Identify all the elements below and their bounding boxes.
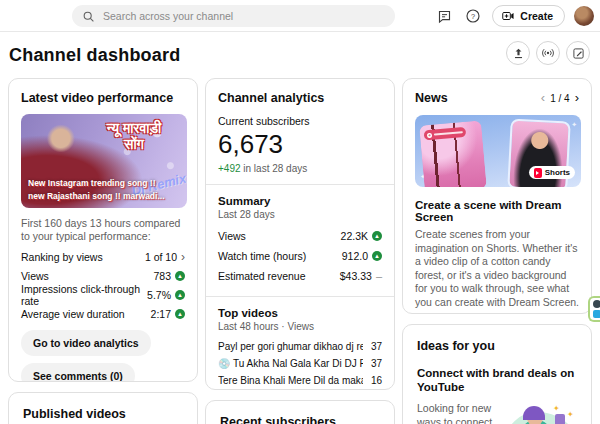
- subscriber-delta: +492 in last 28 days: [218, 163, 382, 174]
- news-body-text: Create scenes from your imagination on S…: [415, 228, 579, 309]
- shorts-icon: [534, 168, 542, 178]
- summary-row-watch-time[interactable]: Watch time (hours) 912.0▲: [218, 246, 382, 266]
- latest-video-thumbnail[interactable]: न्यू मारवाड़ी सोंग Dj Remix New Instagra…: [21, 114, 187, 208]
- metric-label: Impressions click-through rate: [21, 283, 147, 307]
- metric-label: Average view duration: [21, 308, 125, 320]
- shorts-badge: Shorts: [529, 166, 575, 179]
- brand-deals-illustration: ✦ ✦: [503, 402, 577, 424]
- metric-value: 2:17: [151, 308, 171, 320]
- thumbnail-caption: New Instagram trending song !! new Rajas…: [28, 177, 180, 203]
- help-button[interactable]: ?: [463, 6, 483, 26]
- metric-label: Views: [218, 230, 246, 242]
- search-icon: [82, 10, 95, 23]
- metric-value: 783: [153, 270, 171, 282]
- divider: [206, 296, 394, 297]
- current-subscribers-label: Current subscribers: [218, 115, 382, 127]
- news-headline: Create a scene with Dream Screen: [415, 199, 579, 223]
- trend-up-icon: ▲: [175, 290, 185, 300]
- subscriber-count: 6,673: [218, 129, 382, 160]
- edit-button[interactable]: [566, 41, 590, 65]
- ideas-for-you-card: Ideas for you Connect with brand deals o…: [402, 324, 592, 424]
- metric-value: 912.0: [342, 250, 368, 262]
- latest-video-performance-card: Latest video performance न्यू मारवाड़ी स…: [8, 78, 198, 382]
- top-video-views: 37: [371, 341, 382, 352]
- video-plus-icon: [501, 9, 515, 23]
- news-card: News ‹ 1 / 4 › ✦ ✦ + Shorts Create a sce…: [402, 78, 592, 314]
- pencil-icon: [572, 47, 585, 60]
- performance-intro-text: First 160 days 13 hours compared to your…: [21, 217, 185, 243]
- svg-text:?: ?: [471, 12, 475, 21]
- ideas-body-text: Looking for new ways to connect with bra…: [417, 402, 499, 424]
- metric-label: Views: [21, 270, 49, 282]
- search-box[interactable]: [72, 5, 395, 27]
- metric-label: Estimated revenue: [218, 270, 306, 282]
- go-live-button[interactable]: [536, 41, 560, 65]
- page-header: Channel dashboard: [0, 32, 600, 76]
- pager-count: 1 / 4: [550, 93, 569, 104]
- topbar: ? Create: [0, 0, 600, 32]
- send-feedback-button[interactable]: [434, 6, 454, 26]
- summary-row-revenue[interactable]: Estimated revenue $43.33–: [218, 266, 382, 286]
- metric-label: Watch time (hours): [218, 250, 306, 262]
- metric-value: $43.33: [340, 270, 372, 282]
- upload-video-button[interactable]: [506, 41, 530, 65]
- dream-screen-badge: +: [424, 127, 467, 141]
- top-video-title: Payl per gori ghumar dikhao dj remix son…: [218, 341, 363, 352]
- top-videos-title: Top videos: [218, 307, 382, 319]
- trend-up-icon: ▲: [175, 309, 185, 319]
- card-title: Published videos: [23, 407, 183, 421]
- news-pager: ‹ 1 / 4 ›: [541, 92, 579, 104]
- news-banner-image[interactable]: ✦ ✦ + Shorts: [415, 115, 581, 187]
- browser-extension-widget[interactable]: [588, 296, 600, 322]
- see-comments-button[interactable]: See comments (0): [21, 363, 135, 382]
- divider: [206, 184, 394, 185]
- create-button[interactable]: Create: [492, 5, 565, 27]
- pager-next-icon[interactable]: ›: [575, 92, 579, 104]
- metric-value: 1 of 10: [145, 251, 177, 263]
- card-title: Recent subscribers: [220, 415, 380, 424]
- summary-period: Last 28 days: [218, 209, 382, 220]
- metric-value: 22.3K: [341, 230, 368, 242]
- upload-icon: [512, 47, 525, 60]
- trend-neutral-icon: –: [376, 270, 382, 282]
- create-button-label: Create: [520, 10, 553, 22]
- top-video-views: 37: [371, 358, 382, 369]
- chevron-right-icon: ›: [181, 252, 185, 262]
- metric-row-avd[interactable]: Average view duration 2:17▲: [21, 304, 185, 323]
- metric-label: Ranking by views: [21, 251, 103, 263]
- card-title: Channel analytics: [218, 91, 382, 105]
- card-title: Ideas for you: [417, 339, 577, 353]
- top-video-row[interactable]: Payl per gori ghumar dikhao dj remix son…: [218, 338, 382, 355]
- channel-analytics-card: Channel analytics Current subscribers 6,…: [205, 78, 395, 390]
- top-videos-period: Last 48 hours · Views: [218, 321, 382, 332]
- metric-row-ranking[interactable]: Ranking by views 1 of 10›: [21, 247, 185, 266]
- trend-up-icon: ▲: [372, 251, 382, 261]
- top-video-views: 16: [371, 375, 382, 386]
- search-input[interactable]: [103, 10, 385, 22]
- extension-icon: [593, 300, 600, 308]
- extension-icon: [593, 310, 600, 318]
- metric-row-ctr[interactable]: Impressions click-through rate 5.7%▲: [21, 285, 185, 304]
- sparkle-icon: ✦: [571, 121, 577, 129]
- published-videos-card: Published videos: [8, 392, 198, 424]
- trend-up-icon: ▲: [175, 271, 185, 281]
- feedback-icon: [437, 9, 452, 24]
- trend-up-icon: ▲: [372, 231, 382, 241]
- card-title: News: [415, 91, 448, 105]
- pager-prev-icon[interactable]: ‹: [541, 92, 545, 104]
- ideas-headline: Connect with brand deals on YouTube: [417, 366, 577, 394]
- recent-subscribers-card: Recent subscribers: [205, 400, 395, 424]
- top-video-row[interactable]: Tere Bina Khali Mere Dil da makan h dj r…: [218, 372, 382, 389]
- go-to-video-analytics-button[interactable]: Go to video analytics: [21, 330, 151, 356]
- summary-title: Summary: [218, 195, 382, 207]
- thumbnail-title-text: न्यू मारवाड़ी सोंग: [86, 120, 182, 152]
- top-video-title: 💿 Tu Akha Nal Gala Kar Di DJ Remix 🎧 | .…: [218, 358, 363, 369]
- user-avatar[interactable]: [574, 6, 594, 26]
- metric-value: 5.7%: [147, 289, 171, 301]
- top-video-title: Tere Bina Khali Mere Dil da makan h dj r…: [218, 375, 363, 386]
- broadcast-icon: [541, 46, 555, 60]
- summary-row-views[interactable]: Views 22.3K▲: [218, 226, 382, 246]
- top-video-row[interactable]: 💿 Tu Akha Nal Gala Kar Di DJ Remix 🎧 | .…: [218, 355, 382, 372]
- page-title: Channel dashboard: [9, 45, 180, 66]
- help-icon: ?: [465, 8, 481, 24]
